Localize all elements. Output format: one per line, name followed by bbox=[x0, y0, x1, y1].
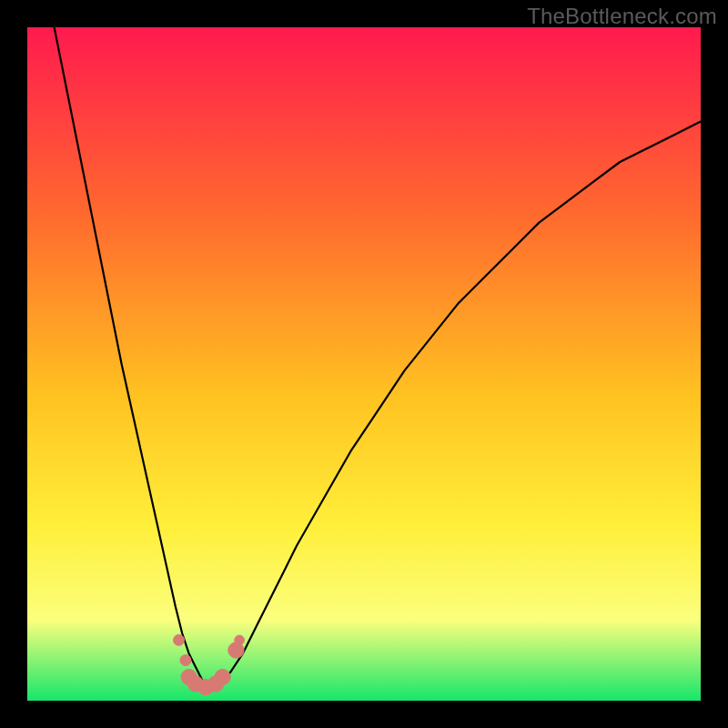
data-marker bbox=[215, 669, 230, 684]
bottleneck-chart bbox=[27, 27, 701, 701]
gradient-background bbox=[27, 27, 701, 701]
data-marker bbox=[235, 635, 245, 645]
watermark-text: TheBottleneck.com bbox=[527, 4, 717, 29]
chart-stage: TheBottleneck.com bbox=[0, 0, 728, 728]
data-marker bbox=[174, 634, 185, 645]
data-marker bbox=[180, 655, 191, 666]
